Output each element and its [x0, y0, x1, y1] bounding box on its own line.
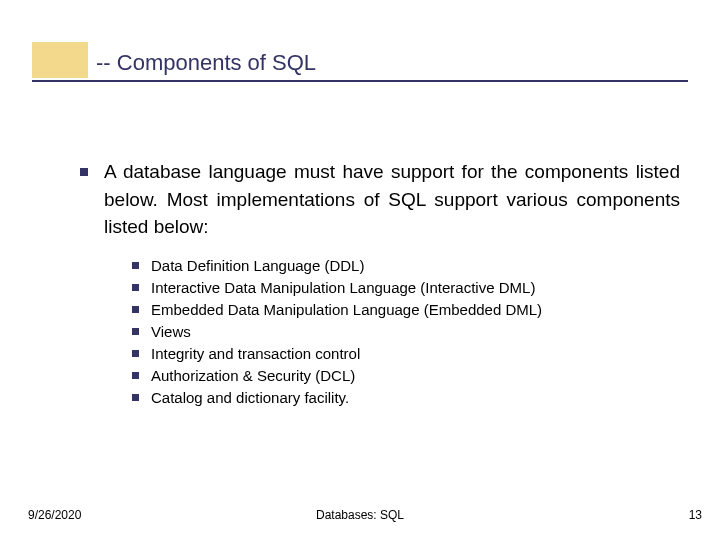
- sub-text: Embedded Data Manipulation Language (Emb…: [151, 301, 542, 318]
- footer-page-number: 13: [689, 508, 702, 522]
- main-bullet: A database language must have support fo…: [80, 158, 680, 241]
- list-item: Authorization & Security (DCL): [132, 367, 680, 384]
- bullet-square-icon: [132, 350, 139, 357]
- footer-date: 9/26/2020: [28, 508, 81, 522]
- sub-text: Catalog and dictionary facility.: [151, 389, 349, 406]
- sub-list: Data Definition Language (DDL) Interacti…: [132, 257, 680, 406]
- sub-text: Integrity and transaction control: [151, 345, 360, 362]
- title-accent-box: [32, 42, 88, 78]
- list-item: Integrity and transaction control: [132, 345, 680, 362]
- list-item: Views: [132, 323, 680, 340]
- sub-text: Views: [151, 323, 191, 340]
- list-item: Interactive Data Manipulation Language (…: [132, 279, 680, 296]
- sub-text: Interactive Data Manipulation Language (…: [151, 279, 535, 296]
- bullet-square-icon: [80, 168, 88, 176]
- main-text: A database language must have support fo…: [104, 158, 680, 241]
- bullet-square-icon: [132, 306, 139, 313]
- slide-title: -- Components of SQL: [96, 50, 316, 76]
- bullet-square-icon: [132, 262, 139, 269]
- list-item: Embedded Data Manipulation Language (Emb…: [132, 301, 680, 318]
- footer-center: Databases: SQL: [316, 508, 404, 522]
- bullet-square-icon: [132, 372, 139, 379]
- bullet-square-icon: [132, 394, 139, 401]
- bullet-square-icon: [132, 328, 139, 335]
- sub-text: Data Definition Language (DDL): [151, 257, 364, 274]
- slide-content: A database language must have support fo…: [80, 158, 680, 411]
- bullet-square-icon: [132, 284, 139, 291]
- list-item: Catalog and dictionary facility.: [132, 389, 680, 406]
- sub-text: Authorization & Security (DCL): [151, 367, 355, 384]
- list-item: Data Definition Language (DDL): [132, 257, 680, 274]
- title-underline: [32, 80, 688, 82]
